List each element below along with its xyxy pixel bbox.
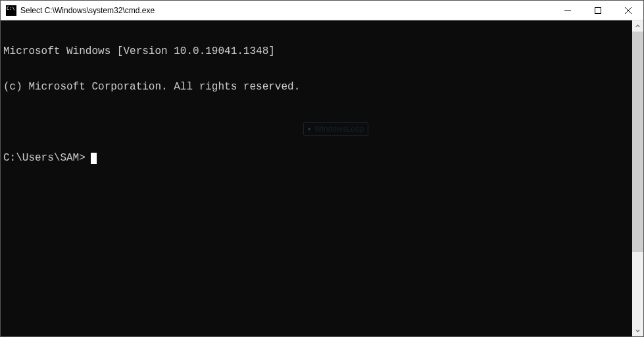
maximize-icon xyxy=(595,7,601,14)
watermark-dot-icon xyxy=(308,128,310,130)
window-controls xyxy=(553,1,643,20)
scroll-up-button[interactable] xyxy=(632,20,643,32)
window-title: Select C:\Windows\system32\cmd.exe xyxy=(20,6,553,15)
maximize-button[interactable] xyxy=(583,1,613,20)
content-area: Microsoft Windows [Version 10.0.19041.13… xyxy=(1,20,643,336)
terminal[interactable]: Microsoft Windows [Version 10.0.19041.13… xyxy=(1,20,632,336)
scroll-track[interactable] xyxy=(632,32,643,325)
cmd-window: Select C:\Windows\system32\cmd.exe Micro… xyxy=(0,0,644,337)
terminal-prompt: C:\Users\SAM> xyxy=(3,152,86,164)
titlebar[interactable]: Select C:\Windows\system32\cmd.exe xyxy=(1,1,643,20)
terminal-prompt-line: C:\Users\SAM> xyxy=(3,152,630,164)
close-button[interactable] xyxy=(613,1,643,20)
chevron-up-icon xyxy=(635,24,640,28)
vertical-scrollbar[interactable] xyxy=(632,20,643,336)
close-icon xyxy=(625,7,632,14)
svg-rect-1 xyxy=(595,7,601,13)
minimize-icon xyxy=(564,7,571,14)
scroll-down-button[interactable] xyxy=(632,325,643,336)
minimize-button[interactable] xyxy=(553,1,583,20)
watermark: WindowsLoop xyxy=(303,122,368,136)
terminal-line: (c) Microsoft Corporation. All rights re… xyxy=(3,81,630,93)
cmd-icon xyxy=(6,5,16,16)
terminal-line: Microsoft Windows [Version 10.0.19041.13… xyxy=(3,45,630,57)
watermark-text: WindowsLoop xyxy=(314,123,364,135)
terminal-cursor xyxy=(91,153,97,164)
scroll-thumb[interactable] xyxy=(632,32,643,252)
chevron-down-icon xyxy=(635,328,640,333)
